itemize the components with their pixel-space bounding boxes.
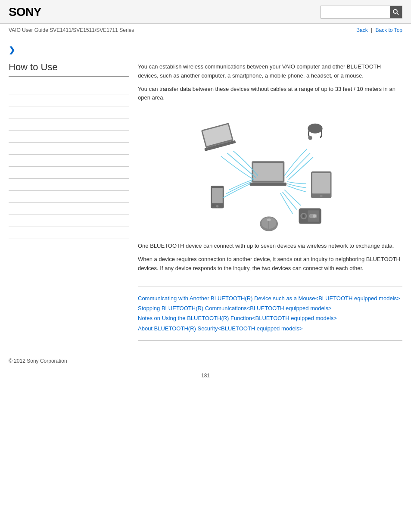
list-item[interactable]	[9, 203, 129, 215]
search-icon	[392, 9, 399, 16]
header: SONY	[0, 0, 411, 24]
sidebar-link[interactable]	[9, 85, 10, 91]
sidebar-link[interactable]	[9, 146, 10, 152]
related-links: Communicating with Another BLUETOOTH(R) …	[138, 286, 402, 341]
sidebar-links	[9, 82, 129, 251]
svg-point-13	[308, 136, 312, 140]
list-item[interactable]	[9, 155, 129, 167]
sidebar-arrow[interactable]: ❯	[9, 45, 129, 55]
section-title: How to Use	[9, 62, 129, 77]
content-para1: You can establish wireless communication…	[138, 62, 402, 81]
svg-rect-3	[253, 163, 283, 181]
sidebar-link[interactable]	[9, 242, 10, 248]
sidebar-link[interactable]	[9, 134, 10, 140]
breadcrumb-links: Back | Back to Top	[356, 27, 402, 33]
sidebar-link[interactable]	[9, 194, 10, 200]
list-item[interactable]	[9, 82, 129, 94]
svg-rect-11	[212, 205, 215, 205]
sidebar-link[interactable]	[9, 182, 10, 188]
svg-point-16	[320, 195, 323, 197]
svg-point-12	[308, 124, 322, 134]
svg-rect-15	[312, 173, 330, 194]
guide-title: VAIO User Guide SVE1411/SVE1511/SVE1711 …	[9, 27, 134, 33]
svg-point-20	[303, 215, 305, 217]
list-item[interactable]	[9, 239, 129, 251]
search-box[interactable]	[321, 6, 402, 19]
related-link-1[interactable]: Communicating with Another BLUETOOTH(R) …	[138, 293, 402, 303]
sidebar-link[interactable]	[9, 97, 10, 103]
separator: |	[371, 27, 372, 33]
list-item[interactable]	[9, 143, 129, 155]
list-item[interactable]	[9, 191, 129, 203]
main-content: ❯ How to Use You can establish wireless …	[0, 37, 411, 349]
copyright: © 2012 Sony Corporation	[9, 358, 67, 364]
sidebar-link[interactable]	[9, 158, 10, 164]
breadcrumb-bar: VAIO User Guide SVE1411/SVE1511/SVE1711 …	[0, 24, 411, 37]
svg-rect-9	[212, 188, 223, 203]
bluetooth-diagram	[138, 111, 402, 233]
related-link-4[interactable]: About BLUETOOTH(R) Security<BLUETOOTH eq…	[138, 324, 402, 333]
search-input[interactable]	[321, 6, 390, 18]
list-item[interactable]	[9, 227, 129, 239]
svg-point-27	[267, 218, 271, 221]
search-button[interactable]	[390, 6, 402, 18]
list-item[interactable]	[9, 106, 129, 118]
content-para3: One BLUETOOTH device can connect with up…	[138, 242, 402, 251]
sidebar: ❯ How to Use	[9, 41, 138, 341]
footer: © 2012 Sony Corporation	[0, 349, 411, 368]
related-link-2[interactable]: Stopping BLUETOOTH(R) Communications<BLU…	[138, 303, 402, 313]
sidebar-link[interactable]	[9, 230, 10, 236]
svg-rect-4	[250, 183, 287, 186]
related-link-3[interactable]: Notes on Using the BLUETOOTH(R) Function…	[138, 313, 402, 323]
list-item[interactable]	[9, 179, 129, 191]
svg-point-23	[313, 215, 316, 218]
content-para4: When a device requires connection to ano…	[138, 255, 402, 273]
sidebar-link[interactable]	[9, 121, 10, 128]
back-to-top-link[interactable]: Back to Top	[376, 27, 402, 33]
content-area: You can establish wireless communication…	[138, 41, 402, 341]
list-item[interactable]	[9, 131, 129, 143]
svg-point-0	[393, 9, 397, 13]
content-para2: You can transfer data between these devi…	[138, 85, 402, 103]
list-item[interactable]	[9, 215, 129, 227]
sidebar-link[interactable]	[9, 218, 10, 224]
sidebar-link[interactable]	[9, 170, 10, 176]
svg-line-1	[397, 13, 399, 15]
back-link[interactable]: Back	[356, 27, 368, 33]
list-item[interactable]	[9, 118, 129, 131]
sony-logo: SONY	[9, 5, 41, 19]
list-item[interactable]	[9, 94, 129, 106]
bt-diagram-svg	[188, 111, 352, 232]
list-item[interactable]	[9, 167, 129, 179]
sidebar-link[interactable]	[9, 109, 10, 115]
sidebar-link[interactable]	[9, 206, 10, 212]
page-number: 181	[0, 368, 411, 383]
svg-point-10	[216, 205, 219, 208]
